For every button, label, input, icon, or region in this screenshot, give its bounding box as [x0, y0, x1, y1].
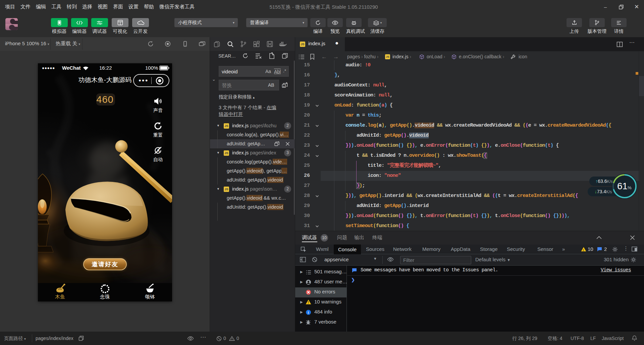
svg-text:ac: ac [283, 85, 285, 87]
svg-text:!: ! [308, 301, 309, 304]
svg-text:!: ! [583, 249, 584, 252]
svg-text:i: i [308, 310, 309, 315]
